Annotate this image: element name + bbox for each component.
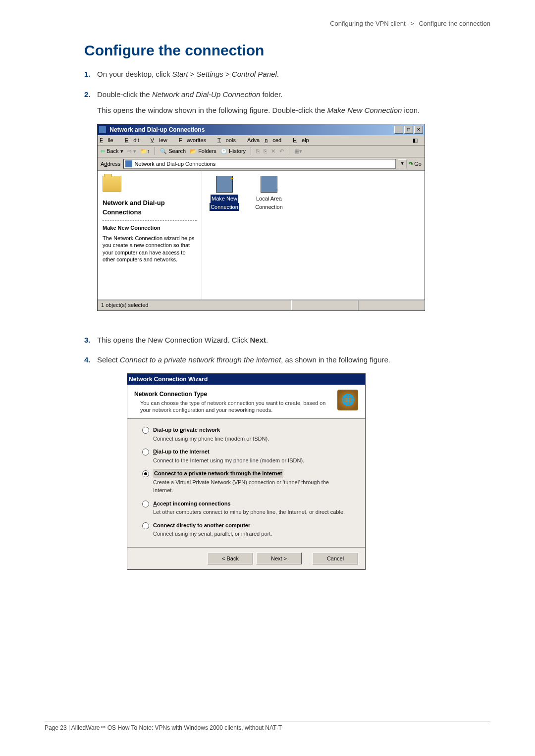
folders-button[interactable]: 📂 Folders — [190, 147, 216, 155]
search-button[interactable]: 🔍 Search — [160, 147, 186, 155]
next-button[interactable]: Next > — [256, 553, 302, 565]
step-number: 1. — [84, 69, 97, 80]
address-icon — [125, 160, 132, 167]
emph: Start — [172, 70, 188, 78]
menu-view[interactable]: View — [151, 136, 172, 145]
window-icon — [99, 126, 106, 133]
titlebar: Network and Dial-up Connections _ □ × — [98, 124, 425, 135]
step-body: Double-click the Network and Dial-Up Con… — [97, 89, 490, 326]
window-body: Network and Dial-up Connections Make New… — [98, 171, 425, 300]
close-button[interactable]: × — [414, 126, 423, 134]
radio-icon — [142, 501, 149, 507]
radio-icon — [142, 522, 149, 529]
radio-icon — [142, 427, 149, 434]
window-title: Network Connection Wizard — [129, 375, 208, 384]
folder-info-pane: Network and Dial-up Connections Make New… — [98, 171, 202, 300]
menu-file[interactable]: File — [100, 136, 118, 145]
step-number: 4. — [84, 354, 97, 585]
minimize-button[interactable]: _ — [394, 126, 403, 134]
address-field[interactable]: Network and Dial-up Connections — [123, 159, 396, 169]
wizard-title: Network Connection Type — [134, 390, 337, 399]
cancel-button[interactable]: Cancel — [313, 553, 358, 565]
back-button[interactable]: ⇦ Back ▾ — [101, 147, 123, 155]
radio-incoming[interactable]: Accept incoming connections Let other co… — [142, 500, 350, 516]
text: folder. — [260, 90, 282, 99]
menu-help[interactable]: Help — [293, 136, 314, 145]
emph: Network and Dial-Up Connection — [152, 90, 260, 99]
status-bar: 1 object(s) selected — [98, 300, 425, 310]
breadcrumb: Configuring the VPN client > Configure t… — [45, 20, 490, 27]
address-bar: Address Network and Dial-up Connections … — [98, 157, 425, 171]
radio-icon — [142, 449, 149, 455]
selection-description: The Network Connection wizard helps you … — [103, 235, 197, 263]
undo-icon[interactable]: ↶ — [279, 147, 284, 155]
address-label: Address — [101, 160, 120, 168]
address-dropdown[interactable]: ▼ — [398, 159, 407, 168]
page-footer: Page 23 | AlliedWare™ OS How To Note: VP… — [45, 721, 490, 731]
text: > — [223, 70, 232, 78]
breadcrumb-page: Configure the connection — [419, 20, 490, 27]
up-button[interactable]: 📁↑ — [140, 147, 150, 155]
text: This opens the window shown in the follo… — [97, 106, 327, 114]
menu-edit[interactable]: Edit — [125, 136, 144, 145]
globe-icon: 🌐 — [337, 390, 358, 410]
text: , as shown in the following figure. — [281, 355, 390, 364]
title-text: Network and Dial-up Connections — [109, 126, 205, 133]
step-number: 2. — [84, 89, 97, 326]
folder-icon — [103, 176, 121, 192]
wizard-description: You can choose the type of network conne… — [134, 400, 337, 414]
wizard-buttons: < Back Next > Cancel — [127, 547, 365, 570]
strong: Next — [250, 336, 266, 344]
menu-advanced[interactable]: Advanced — [247, 136, 286, 145]
delete-icon[interactable]: ✕ — [271, 147, 275, 155]
folder-title: Network and Dial-up Connections — [103, 198, 197, 217]
text: This opens the New Connection Wizard. Cl… — [97, 336, 250, 344]
breadcrumb-sep: > — [410, 20, 414, 27]
copyto-icon[interactable]: ⎘ — [264, 147, 267, 155]
wizard-header: Network Connection Type You can choose t… — [127, 385, 365, 419]
radio-vpn[interactable]: Connect to a private network through the… — [142, 469, 350, 495]
emph: Settings — [197, 70, 223, 78]
status-cell — [292, 300, 358, 310]
wizard-options: Dial-up to private network Connect using… — [127, 419, 365, 547]
step-body: This opens the New Connection Wizard. Cl… — [97, 335, 490, 346]
window-title: Network and Dial-up Connections — [99, 125, 205, 134]
text: . — [266, 336, 268, 344]
status-cell — [358, 300, 425, 310]
radio-desc: Connect to the Internet using my phone l… — [153, 456, 350, 465]
throbber-icon: ◧ — [413, 136, 418, 145]
emph: Connect to a private network through the… — [120, 355, 281, 364]
menu-tools[interactable]: Tools — [217, 136, 241, 145]
back-button[interactable]: < Back — [208, 553, 253, 565]
go-button[interactable]: ↷Go — [409, 160, 422, 168]
radio-desc: Create a Virtual Private Network (VPN) c… — [153, 478, 350, 495]
maximize-button[interactable]: □ — [404, 126, 413, 134]
text: Select — [97, 355, 120, 364]
radio-direct[interactable]: Connect directly to another computer Con… — [142, 521, 350, 538]
radio-dialup-internet[interactable]: Dial-up to the Internet Connect to the I… — [142, 448, 350, 464]
emph: Make New Connection — [327, 106, 402, 114]
menu-favorites[interactable]: Favorites — [179, 136, 211, 145]
radio-icon — [142, 470, 149, 477]
status-text: 1 object(s) selected — [98, 300, 292, 310]
make-new-connection-icon[interactable]: Make New Connection — [207, 176, 242, 211]
toolbar: ⇦ Back ▾ ⇨ ▾ 📁↑ 🔍 Search 📂 Folders 🕐 His… — [98, 146, 425, 157]
history-button[interactable]: 🕐 History — [220, 147, 246, 155]
step-number: 3. — [84, 335, 97, 346]
forward-button[interactable]: ⇨ ▾ — [127, 147, 136, 155]
titlebar: Network Connection Wizard — [127, 374, 365, 385]
text: Double-click the — [97, 90, 152, 99]
menubar: File Edit View Favorites Tools Advanced … — [98, 135, 425, 146]
step-body: On your desktop, click Start > Settings … — [97, 69, 490, 80]
text: > — [188, 70, 196, 78]
views-icon[interactable]: ▦▾ — [294, 147, 302, 155]
moveto-icon[interactable]: ⎘ — [256, 147, 260, 155]
wizard-window: Network Connection Wizard Network Connec… — [127, 373, 366, 570]
radio-desc: Let other computers connect to mine by p… — [153, 508, 350, 516]
address-value: Network and Dial-up Connections — [134, 160, 215, 168]
local-area-connection-icon[interactable]: Local Area Connection — [252, 176, 286, 211]
radio-dialup-private[interactable]: Dial-up to private network Connect using… — [142, 426, 350, 443]
text: . — [277, 70, 279, 78]
radio-desc: Connect using my phone line (modem or IS… — [153, 435, 350, 443]
explorer-window: Network and Dial-up Connections _ □ × Fi… — [97, 124, 425, 311]
